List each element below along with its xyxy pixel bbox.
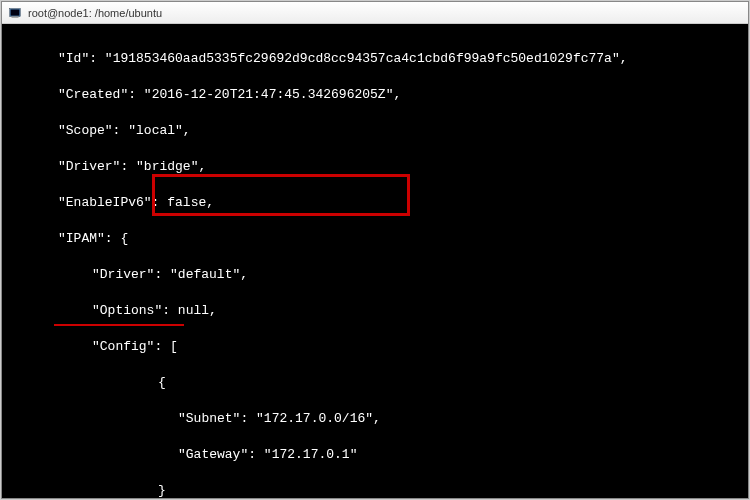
- json-key-driver: "Driver":: [58, 159, 128, 174]
- terminal-window: root@node1: /home/ubuntu "Id": "19185346…: [1, 1, 749, 499]
- json-val-created: "2016-12-20T21:47:45.342696205Z",: [144, 87, 401, 102]
- json-key-created: "Created":: [58, 87, 136, 102]
- json-val-ipam-driver: "default",: [170, 267, 248, 282]
- terminal-body[interactable]: "Id": "191853460aad5335fc29692d9cd8cc943…: [2, 24, 748, 498]
- json-key-ipam-options: "Options":: [92, 303, 170, 318]
- title-bar[interactable]: root@node1: /home/ubuntu: [2, 2, 748, 24]
- putty-icon: [8, 6, 22, 20]
- json-val-subnet: "172.17.0.0/16",: [256, 411, 381, 426]
- svg-rect-1: [11, 9, 20, 15]
- svg-rect-2: [12, 16, 19, 17]
- json-val-gateway: "172.17.0.1": [264, 447, 358, 462]
- window-title: root@node1: /home/ubuntu: [28, 7, 162, 19]
- json-val-ipam-options: null,: [178, 303, 217, 318]
- json-key-subnet: "Subnet":: [178, 411, 248, 426]
- json-key-ipam-driver: "Driver":: [92, 267, 162, 282]
- json-key-ipam-config: "Config": [: [92, 339, 178, 354]
- json-val-id: "191853460aad5335fc29692d9cd8cc94357ca4c…: [105, 51, 628, 66]
- brace-close: }: [158, 483, 166, 498]
- json-key-enableipv6: "EnableIPv6":: [58, 195, 159, 210]
- json-val-enableipv6: false,: [167, 195, 214, 210]
- json-val-scope: "local",: [128, 123, 190, 138]
- json-key-gateway: "Gateway":: [178, 447, 256, 462]
- brace-open: {: [158, 375, 166, 390]
- json-key-scope: "Scope":: [58, 123, 120, 138]
- json-val-driver: "bridge",: [136, 159, 206, 174]
- json-key-ipam: "IPAM": {: [58, 231, 128, 246]
- annotation-red-underline: [54, 324, 184, 326]
- json-key-id: "Id":: [58, 51, 97, 66]
